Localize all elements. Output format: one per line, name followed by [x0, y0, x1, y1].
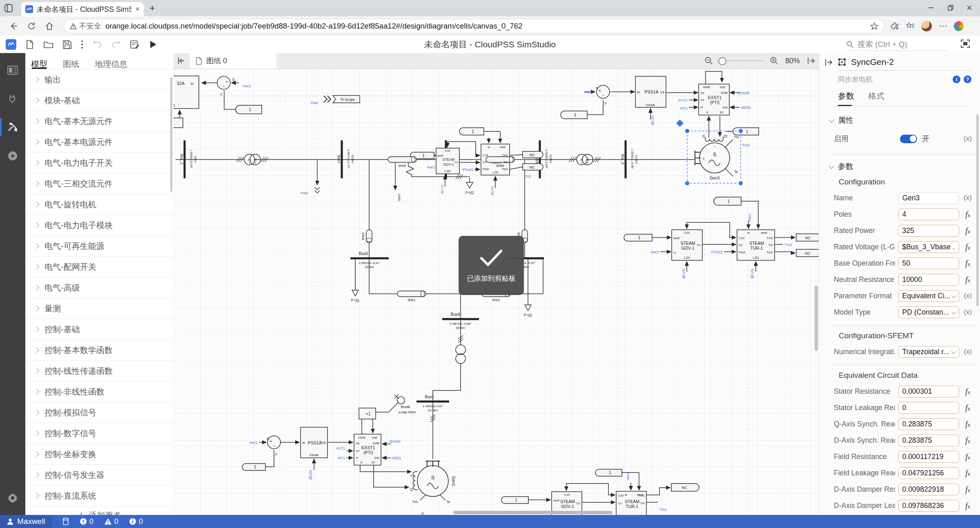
- input-Field Leakage Reac...[interactable]: 0.047921256: [898, 467, 960, 479]
- input-Rated Power[interactable]: 325: [898, 225, 960, 237]
- input-Neutral Resistance[interactable]: 10000: [898, 274, 960, 286]
- clear-value-icon[interactable]: (x): [959, 135, 976, 143]
- select-Parameter Format[interactable]: Equivalent Ci...: [898, 290, 960, 302]
- clear-value-icon[interactable]: (x): [959, 292, 976, 300]
- wire[interactable]: [376, 403, 398, 412]
- add-more-button[interactable]: 添加更多: [25, 506, 174, 515]
- wire[interactable]: [265, 450, 274, 467]
- wire[interactable]: [476, 142, 480, 155]
- fx-expression-icon[interactable]: fx: [959, 419, 976, 429]
- selection-handle[interactable]: [738, 129, 743, 133]
- group-header[interactable]: Configuration: [834, 177, 976, 186]
- wire[interactable]: [510, 167, 523, 169]
- url-field[interactable]: 不安全 orange.local.cloudpss.net/model/spec…: [64, 19, 884, 33]
- collapse-right-panel-icon[interactable]: [824, 58, 833, 67]
- section-header[interactable]: 参数: [829, 161, 976, 172]
- wire[interactable]: [360, 465, 411, 472]
- run-simulation-button[interactable]: [149, 40, 158, 49]
- wire[interactable]: [440, 495, 445, 500]
- zoom-out-icon[interactable]: [704, 56, 713, 65]
- field-coil[interactable]: [705, 137, 723, 142]
- run-panel-icon[interactable]: [0, 144, 25, 167]
- back-icon[interactable]: [9, 22, 18, 31]
- input-Field Resistance[interactable]: 0.000117219: [898, 451, 960, 463]
- storage-icon[interactable]: [62, 517, 69, 526]
- warning-count[interactable]: 0: [104, 517, 118, 526]
- sidebar-item[interactable]: 控制-模拟信号: [25, 402, 174, 423]
- library-tab-1[interactable]: 图纸: [63, 59, 79, 69]
- input-Stator Resistance[interactable]: 0.000301: [898, 386, 960, 397]
- sidebar-item[interactable]: 电气-基本电源元件: [25, 132, 174, 153]
- sidebar-item[interactable]: 电气-基本无源元件: [25, 111, 174, 132]
- fx-expression-icon[interactable]: fx: [959, 242, 976, 252]
- wire[interactable]: [448, 142, 476, 147]
- sidebar-item[interactable]: 输出: [25, 69, 174, 90]
- library-tab-2[interactable]: 地理信息: [95, 59, 127, 69]
- wire[interactable]: [315, 187, 320, 190]
- input-D-Axis Synch. Reac...[interactable]: 0.283875: [898, 435, 960, 446]
- enable-toggle[interactable]: [900, 135, 917, 143]
- open-file-button[interactable]: [43, 40, 53, 49]
- sidebar-scrollbar[interactable]: [170, 78, 172, 192]
- wire[interactable]: [566, 484, 608, 490]
- selection-handle[interactable]: [685, 129, 690, 133]
- wire[interactable]: [587, 100, 603, 115]
- input-Rated Voltage (L-G,...[interactable]: $Bus_3_Vbase ...: [898, 241, 959, 253]
- fx-expression-icon[interactable]: fx: [959, 403, 976, 413]
- home-icon[interactable]: [45, 22, 54, 31]
- wire[interactable]: [775, 252, 795, 253]
- clear-value-icon[interactable]: (x): [959, 194, 976, 202]
- user-chip[interactable]: Maxwell: [0, 515, 52, 528]
- expand-right-panel-icon[interactable]: [806, 56, 815, 65]
- close-tab-icon[interactable]: ×: [135, 5, 140, 13]
- copilot-icon[interactable]: [954, 21, 964, 31]
- library-tab-0[interactable]: 模型: [31, 59, 47, 69]
- wire[interactable]: [724, 140, 733, 148]
- component-name-field[interactable]: SyncGen-2: [851, 57, 894, 67]
- input-Stator Leakage Rea...[interactable]: 0: [898, 402, 960, 414]
- constant-block[interactable]: [174, 118, 183, 128]
- design-tools-icon[interactable]: [0, 116, 25, 139]
- fx-expression-icon[interactable]: fx: [959, 259, 976, 268]
- more-actions-button[interactable]: [81, 40, 83, 49]
- favorites-icon[interactable]: [906, 22, 915, 31]
- wire[interactable]: [622, 473, 639, 490]
- restore-button[interactable]: [942, 2, 959, 13]
- selection-handle[interactable]: [685, 181, 690, 186]
- info-icon[interactable]: i: [953, 75, 960, 83]
- sidebar-item[interactable]: 控制-基本数学函数: [25, 340, 174, 361]
- refresh-icon[interactable]: [27, 22, 36, 31]
- sheet-tab[interactable]: 图纸 0: [190, 53, 276, 69]
- break-loop-marker[interactable]: [397, 397, 405, 404]
- sidebar-item[interactable]: 控制-坐标变换: [25, 444, 174, 465]
- sidebar-item[interactable]: 电气-三相交流元件: [25, 173, 174, 194]
- inspector-scrollbar[interactable]: [976, 114, 979, 306]
- sidebar-item[interactable]: 模块-基础: [25, 90, 174, 111]
- wire[interactable]: [433, 364, 461, 402]
- fx-expression-icon[interactable]: fx: [959, 468, 976, 478]
- inspector-tab-1[interactable]: 格式: [868, 91, 884, 106]
- wire[interactable]: [706, 71, 722, 84]
- group-header[interactable]: Equivalent Circuit Data: [834, 371, 976, 380]
- tab-actions-icon[interactable]: [4, 4, 13, 13]
- info-count[interactable]: 0: [129, 517, 143, 526]
- extensions-icon[interactable]: [890, 22, 899, 31]
- wire[interactable]: [724, 168, 733, 176]
- sidebar-item[interactable]: 控制-信号发生器: [25, 465, 174, 486]
- bus-Bus5[interactable]: [350, 257, 389, 260]
- wire[interactable]: [374, 465, 409, 487]
- wire[interactable]: [315, 191, 320, 193]
- section-header[interactable]: 属性: [829, 115, 976, 126]
- sidebar-item[interactable]: 电气-可再生能源: [25, 236, 174, 257]
- sidebar-item[interactable]: 控制-线性传递函数: [25, 361, 174, 382]
- input-D-Axis Damper Lea...[interactable]: 0.097868236: [898, 500, 960, 512]
- generator-Gen1[interactable]: [417, 466, 448, 497]
- zoom-slider-knob[interactable]: [718, 57, 726, 65]
- undo-button[interactable]: [92, 40, 102, 49]
- wire[interactable]: [510, 155, 523, 155]
- bus-Bus1[interactable]: [416, 401, 449, 403]
- redo-button[interactable]: [111, 40, 121, 49]
- input-Base Operation Fre...[interactable]: 50: [898, 257, 960, 269]
- input-Poles[interactable]: 4: [898, 209, 960, 220]
- inspector-tab-0[interactable]: 参数: [838, 91, 854, 106]
